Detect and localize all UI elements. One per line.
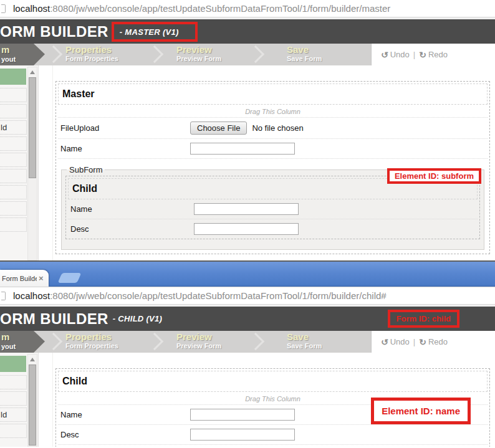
palette-item[interactable] xyxy=(0,391,27,406)
undo-redo-divider: | xyxy=(413,50,415,59)
form-version-label: - CHILD (V1) xyxy=(113,314,162,323)
builder-nav-child: m yout Properties Form Properties Previe… xyxy=(0,331,495,353)
form-canvas-child: Element ID: name Child Drag This Column … xyxy=(39,353,495,447)
form-bottom-padding xyxy=(56,445,489,447)
builder-nav-master: m yout Properties Form Properties Previe… xyxy=(0,44,495,65)
screenshot-root: localhost:8080/jw/web/console/app/testUp… xyxy=(0,0,495,448)
close-icon[interactable]: × xyxy=(39,274,44,282)
page-icon xyxy=(1,292,6,300)
desc-input[interactable] xyxy=(190,429,295,441)
annotation-form-id-child: Form ID: child xyxy=(388,310,459,328)
field-label: FileUpload xyxy=(60,123,190,133)
window-master: localhost:8080/jw/web/console/app/testUp… xyxy=(0,0,495,260)
page-icon xyxy=(1,4,6,13)
field-label: Name xyxy=(60,144,190,153)
palette-item[interactable] xyxy=(0,424,27,438)
chevron-separator-icon xyxy=(45,333,62,350)
scroll-up-icon[interactable] xyxy=(28,355,37,364)
app-header-child: FORM BUILDER - CHILD (V1) Form ID: child xyxy=(0,307,495,331)
tab-form-layout[interactable]: m yout xyxy=(0,331,45,353)
form-master: Master Drag This Column FileUpload Choos… xyxy=(55,81,490,254)
tab-form-layout-title: m xyxy=(1,44,9,55)
sub-name-input[interactable] xyxy=(194,203,299,215)
field-row-fileupload[interactable]: FileUpload Choose File No file chosen xyxy=(58,118,488,139)
section-title-child[interactable]: Child xyxy=(58,371,488,392)
form-canvas-master: Master Drag This Column FileUpload Choos… xyxy=(39,65,495,260)
redo-icon: ↻ xyxy=(419,50,426,60)
browser-tab-title: Form Builde xyxy=(2,275,37,282)
file-status-text: No file chosen xyxy=(252,123,303,133)
scrollbar-thumb[interactable] xyxy=(29,365,36,446)
drag-column-hint: Drag This Column xyxy=(58,105,488,118)
palette-item[interactable] xyxy=(0,88,27,102)
tab-form-layout-subtitle: yout xyxy=(1,55,16,63)
field-row-name[interactable]: Name xyxy=(58,139,488,159)
field-row-sub-desc[interactable]: Desc xyxy=(68,219,478,239)
palette-item[interactable] xyxy=(0,169,27,183)
undo-button[interactable]: Undo xyxy=(390,50,410,59)
choose-file-button[interactable]: Choose File xyxy=(190,122,247,135)
field-label: Desc xyxy=(70,224,194,234)
chevron-separator-icon xyxy=(45,45,62,63)
palette-category-header[interactable] xyxy=(0,69,26,85)
field-row-sub-name[interactable]: Name xyxy=(68,199,478,219)
palette-item[interactable] xyxy=(0,375,27,389)
tab-form-layout[interactable]: m yout xyxy=(0,44,45,65)
field-label: Desc xyxy=(60,430,190,439)
annotation-element-id-subform: Element ID: subform xyxy=(387,168,481,184)
subform-element[interactable]: SubForm Element ID: subform Child Name D… xyxy=(61,165,484,250)
palette-item[interactable]: ld xyxy=(0,407,27,422)
redo-button[interactable]: Redo xyxy=(428,337,448,346)
new-tab-button[interactable] xyxy=(57,273,81,283)
tab-form-layout-subtitle: yout xyxy=(1,343,16,350)
builder-content-child: ld Element ID: name Child Drag This Colu… xyxy=(0,353,495,447)
url-path: :8080/jw/web/console/app/testUpdateSubfo… xyxy=(50,3,390,14)
palette-item[interactable] xyxy=(0,104,27,118)
address-bar-child[interactable]: localhost:8080/jw/web/console/app/testUp… xyxy=(0,287,495,305)
undo-icon: ↺ xyxy=(381,50,388,60)
form-version-label: - MASTER (V1) xyxy=(120,27,179,37)
palette-item-label: ld xyxy=(1,123,7,132)
url-host: localhost xyxy=(13,3,50,14)
scrollbar-thumb[interactable] xyxy=(29,77,36,178)
browser-tab-strip: Form Builde × xyxy=(0,260,495,287)
palette-item[interactable] xyxy=(0,201,27,216)
section-title-master[interactable]: Master xyxy=(58,83,488,105)
palette-item[interactable] xyxy=(0,217,27,232)
tab-save[interactable]: Save Save Form xyxy=(287,331,368,353)
name-input[interactable] xyxy=(190,409,295,421)
undo-button[interactable]: Undo xyxy=(390,337,410,346)
name-input[interactable] xyxy=(190,143,295,155)
redo-icon: ↻ xyxy=(419,337,426,347)
palette-category-header[interactable] xyxy=(0,356,26,372)
undo-redo-bar: ↺ Undo | ↻ Redo xyxy=(371,44,495,65)
undo-icon: ↺ xyxy=(381,337,388,347)
palette-item[interactable] xyxy=(0,185,27,199)
tab-form-layout-title: m xyxy=(1,331,9,342)
tab-save-title: Save xyxy=(287,44,368,55)
palette-scrollbar[interactable] xyxy=(27,67,37,260)
palette-scrollbar[interactable] xyxy=(27,354,37,447)
palette-item[interactable] xyxy=(0,136,27,151)
palette-item-label: ld xyxy=(1,410,7,419)
palette-item[interactable]: ld xyxy=(0,120,27,135)
window-child: localhost:8080/jw/web/console/app/testUp… xyxy=(0,287,495,448)
tab-save[interactable]: Save Save Form xyxy=(287,44,368,65)
browser-tab-form-builder[interactable]: Form Builde × xyxy=(0,270,49,287)
field-label: Name xyxy=(60,410,190,419)
undo-redo-bar: ↺ Undo | ↻ Redo xyxy=(371,331,495,353)
tab-save-title: Save xyxy=(287,331,368,342)
app-title: FORM BUILDER xyxy=(0,23,108,41)
annotation-master-version-box: - MASTER (V1) xyxy=(112,22,198,42)
scroll-up-icon[interactable] xyxy=(28,67,37,77)
palette-item[interactable] xyxy=(0,153,27,167)
url-host: localhost xyxy=(13,290,50,301)
url-path: :8080/jw/web/console/app/testUpdateSubfo… xyxy=(50,290,386,301)
address-bar-master[interactable]: localhost:8080/jw/web/console/app/testUp… xyxy=(0,0,495,17)
tab-save-subtitle: Save Form xyxy=(287,342,368,350)
field-row-desc[interactable]: Desc xyxy=(58,425,488,445)
redo-button[interactable]: Redo xyxy=(428,50,448,59)
field-label: Name xyxy=(70,204,194,214)
app-header-master: FORM BUILDER - MASTER (V1) xyxy=(0,19,495,44)
sub-desc-input[interactable] xyxy=(194,223,299,235)
